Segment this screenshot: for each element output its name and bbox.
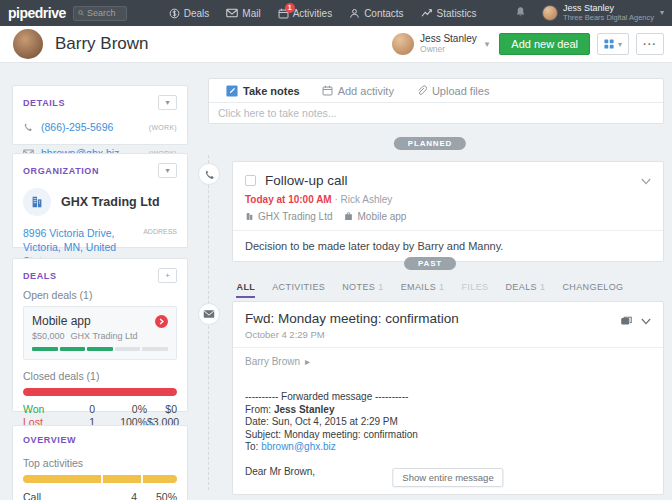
expand-sender-icon: ▸ [305,356,310,367]
open-deal-card[interactable]: Mobile app $50,000 GHX Trading Ltd [23,306,177,360]
ftab-emails[interactable]: EMAILS1 [401,282,445,298]
tab-add-activity[interactable]: Add activity [311,79,405,102]
composer-tabs: Take notes Add activity Upload files [209,79,663,103]
activity-org[interactable]: GHX Trading Ltd [245,211,332,222]
organization-name[interactable]: GHX Trading Ltd [61,195,160,209]
email-timeline-icon [198,303,220,325]
to-label: To: [245,441,258,452]
note-icon [226,85,238,97]
nav-item-statistics[interactable]: Statistics [421,8,477,19]
user-org: Three Bears Digital Agency [563,14,654,22]
won-stats-row: Won 0 0% $0 [23,403,177,416]
note-composer: Take notes Add activity Upload files Cli… [208,78,664,124]
deal-mini-icon [344,212,353,221]
owner-info: Jess Stanley Owner [420,33,477,54]
from-name: Jess Stanley [274,404,335,415]
contact-name: Barry Brown [55,34,149,54]
past-badge: PAST [404,257,456,270]
activity-deal[interactable]: Mobile app [344,211,406,222]
tab-take-notes[interactable]: Take notes [215,79,311,102]
paperclip-icon [416,85,427,96]
tab-label: Upload files [432,85,489,97]
overview-row-count: 4 [111,491,137,500]
email-collapse-icon[interactable] [641,311,651,329]
owner-role: Owner [420,45,477,55]
rotten-deal-icon [155,315,168,328]
ftab-all[interactable]: ALL [236,282,255,298]
activity-done-checkbox[interactable] [245,175,256,186]
details-collapse-button[interactable]: ▾ [158,95,177,110]
nav-item-label: Contacts [364,8,403,19]
ftab-label: FILES [461,282,488,294]
overview-call-row: Call 4 50% [13,483,187,500]
won-count: 0 [57,403,95,416]
email-subject[interactable]: Fwd: Monday meeting: confirmation [245,311,459,326]
separator: · [334,194,337,205]
phone-icon [23,118,37,136]
view-caret-icon: ▾ [618,40,622,49]
overview-row-pct: 50% [137,491,177,500]
email-card: Fwd: Monday meeting: confirmation Octobe… [232,301,664,495]
ftab-activities[interactable]: ACTIVITIES [272,282,325,298]
add-new-deal-button[interactable]: Add new deal [499,33,590,55]
person-icon [349,8,360,19]
won-pct: 0% [95,403,147,416]
top-nav: pipedrive Deals Mail 1 Activities Contac… [0,0,672,26]
user-avatar[interactable] [542,5,558,21]
activity-item: Follow-up call Today at 10:00 AM · Rick … [196,161,664,262]
nav-item-activities[interactable]: 1 Activities [278,8,332,19]
closed-deals-bar-fill [23,388,177,396]
history-filter-tabs: ALL ACTIVITIES NOTES1 EMAILS1 FILES DEAL… [196,282,664,298]
email-sender: Barry Brown [245,356,300,367]
activity-collapse-icon[interactable] [641,171,651,189]
nav-item-contacts[interactable]: Contacts [349,8,403,19]
details-panel: DETAILS ▾ (866)-295-5696 (WORK) bbrown@g… [12,85,188,145]
organization-panel: ORGANIZATION ▾ GHX Trading Ltd 8996 Vict… [12,153,188,248]
to-line: To: bbrown@ghx.biz [245,441,651,454]
deal-name[interactable]: Mobile app [32,314,91,328]
search-input[interactable] [87,8,122,18]
user-info[interactable]: Jess Stanley Three Bears Digital Agency [563,4,654,22]
tab-upload-files[interactable]: Upload files [405,79,500,102]
nav-item-deals[interactable]: Deals [169,8,210,19]
ftab-count: 1 [378,282,383,294]
contact-phone-link[interactable]: (866)-295-5696 [41,121,113,133]
activity-title[interactable]: Follow-up call [265,173,348,188]
overview-panel: OVERVIEW Top activities Call 4 50% [12,425,188,500]
organization-collapse-button[interactable]: ▾ [158,163,177,178]
take-notes-input[interactable]: Click here to take notes... [209,103,663,123]
ftab-deals[interactable]: DEALS1 [505,282,545,298]
overview-row-label: Call [23,491,111,500]
email-thread-icon[interactable] [621,311,632,329]
won-label: Won [23,403,57,416]
ftab-changelog[interactable]: CHANGELOG [562,282,623,298]
more-options-button[interactable]: ··· [636,33,664,55]
organization-row: GHX Trading Ltd [13,184,187,218]
add-deal-mini-button[interactable]: + [158,268,177,283]
phone-row: (866)-295-5696 (WORK) [13,116,187,142]
view-switcher-button[interactable]: ▾ [597,33,629,55]
user-menu-caret-icon[interactable]: ▾ [660,8,664,17]
pipedrive-app: pipedrive Deals Mail 1 Activities Contac… [0,0,672,500]
ftab-notes[interactable]: NOTES1 [342,282,383,298]
ftab-label: DEALS [505,282,537,294]
overview-title: OVERVIEW [23,435,76,445]
pipedrive-logo[interactable]: pipedrive [8,5,66,21]
nav-item-label: Statistics [437,8,477,19]
contact-avatar[interactable] [13,29,43,59]
ftab-files[interactable]: FILES [461,282,488,298]
owner-caret-icon[interactable]: ▾ [485,39,490,49]
activity-org-label: GHX Trading Ltd [258,211,332,222]
owner-avatar[interactable] [392,33,414,55]
nav-item-mail[interactable]: Mail [226,8,260,19]
organization-icon [23,188,51,216]
global-search[interactable] [73,6,127,21]
nav-right-group: Jess Stanley Three Bears Digital Agency … [515,4,672,22]
show-entire-message-button[interactable]: Show entire message [392,468,503,487]
ftab-label: NOTES [342,282,375,294]
email-sender-row[interactable]: Barry Brown ▸ [233,347,663,375]
notifications-bell-icon[interactable] [515,4,526,22]
activity-card: Follow-up call Today at 10:00 AM · Rick … [232,161,664,262]
won-amount: $0 [147,403,177,416]
to-email-link[interactable]: bbrown@ghx.biz [261,441,336,452]
